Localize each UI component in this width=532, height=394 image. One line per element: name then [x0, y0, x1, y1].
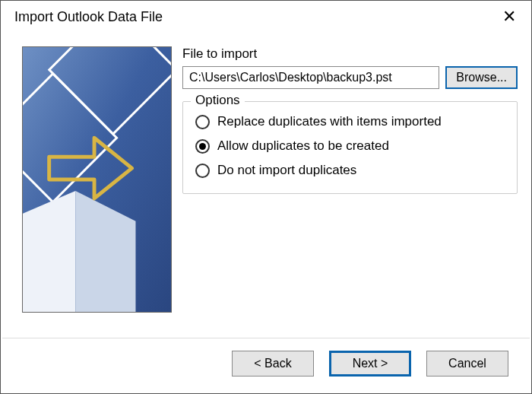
dialog-content: File to import Browse... Options Replace…: [1, 33, 531, 338]
radio-label: Allow duplicates to be created: [217, 138, 389, 154]
file-path-input[interactable]: [182, 66, 439, 89]
cancel-button[interactable]: Cancel: [426, 351, 508, 377]
radio-replace-duplicates[interactable]: Replace duplicates with items imported: [194, 110, 506, 134]
radio-label: Do not import duplicates: [217, 163, 356, 178]
next-button[interactable]: Next >: [329, 351, 411, 377]
radio-label: Replace duplicates with items imported: [217, 114, 442, 129]
file-to-import-label: File to import: [182, 46, 518, 62]
file-row: Browse...: [182, 66, 518, 89]
form-area: File to import Browse... Options Replace…: [182, 40, 518, 332]
wizard-graphic: [22, 46, 172, 313]
button-row: < Back Next > Cancel: [1, 338, 531, 393]
radio-icon: [195, 164, 210, 178]
back-button[interactable]: < Back: [232, 351, 314, 377]
browse-button[interactable]: Browse...: [445, 66, 518, 89]
radio-no-duplicates[interactable]: Do not import duplicates: [194, 158, 506, 183]
dialog-title: Import Outlook Data File: [14, 9, 163, 25]
options-legend: Options: [191, 93, 245, 108]
close-icon[interactable]: ✕: [496, 7, 522, 27]
radio-allow-duplicates[interactable]: Allow duplicates to be created: [194, 134, 506, 158]
import-outlook-dialog: Import Outlook Data File ✕: [0, 0, 532, 394]
options-group: Options Replace duplicates with items im…: [182, 101, 518, 194]
radio-icon: [195, 139, 210, 154]
titlebar: Import Outlook Data File ✕: [1, 1, 531, 33]
radio-icon: [195, 115, 210, 129]
